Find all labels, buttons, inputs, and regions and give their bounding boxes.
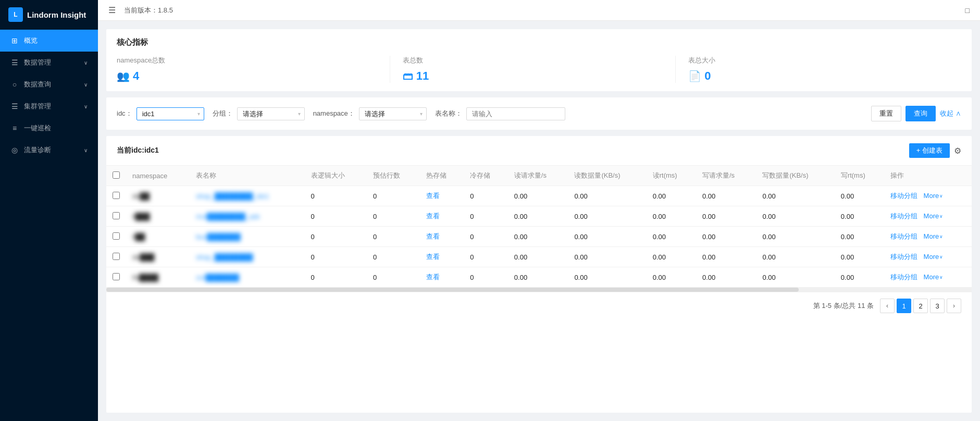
window-controls: □ <box>965 6 970 15</box>
group-select[interactable]: 请选择 <box>237 107 305 120</box>
table-name-link-1[interactable]: mul████████_ask <box>196 213 259 220</box>
metrics-card: 核心指标 namespace总数 👥 4 表总数 🗃 11 <box>106 29 972 91</box>
hot-storage-link-4[interactable]: 查看 <box>426 273 440 281</box>
sidebar-item-one-click-inspect[interactable]: ≡ 一键巡检 <box>0 117 98 139</box>
prev-page-button[interactable]: ‹ <box>880 299 895 313</box>
hot-storage-link-0[interactable]: 查看 <box>426 192 440 200</box>
move-group-link-0[interactable]: 移动分组 <box>890 192 917 200</box>
settings-icon[interactable]: ⚙ <box>954 146 961 156</box>
move-group-link-3[interactable]: 移动分组 <box>890 253 917 261</box>
sidebar-item-traffic-diagnosis[interactable]: ◎ 流量诊断 ∨ <box>0 139 98 161</box>
metric-size-value: 📄 0 <box>688 69 949 83</box>
td-table-size-2: 0 <box>305 227 367 247</box>
cluster-management-icon: ☰ <box>10 102 19 110</box>
td-namespace-3: de███ <box>126 247 190 267</box>
metric-table-total: 表总数 🗃 11 <box>390 56 676 83</box>
td-namespace-0: de██ <box>126 186 190 206</box>
td-actions-4: 移动分组 More <box>884 267 972 288</box>
chevron-down-icon: ∨ <box>84 60 88 66</box>
horizontal-scrollbar[interactable] <box>106 288 972 292</box>
more-link-3[interactable]: More <box>924 253 944 261</box>
filter-row: idc： idc1 分组： 请选择 na <box>117 106 961 121</box>
td-write-qps-4: 0.00 <box>696 267 756 288</box>
sidebar-item-data-management[interactable]: ☰ 数据管理 ∨ <box>0 52 98 73</box>
table-name-link-3[interactable]: shop_████████ <box>196 253 253 261</box>
td-read-bandwidth-3: 0.00 <box>568 247 646 267</box>
group-label: 分组： <box>213 109 233 118</box>
td-estimated-rows-3: 0 <box>367 247 420 267</box>
data-table: namespace 表名称 表逻辑大小 预估行数 热存储 冷存储 读请求量/s … <box>106 166 972 288</box>
more-link-1[interactable]: More <box>924 212 944 220</box>
sidebar-item-overview[interactable]: ⊞ 概览 <box>0 30 98 52</box>
td-checkbox <box>106 247 126 267</box>
td-write-bandwidth-4: 0.00 <box>756 267 834 288</box>
metric-size-label: 表总大小 <box>688 56 949 65</box>
hot-storage-link-1[interactable]: 查看 <box>426 212 440 220</box>
collapse-button[interactable]: 收起 ∧ <box>940 109 961 118</box>
td-checkbox <box>106 206 126 227</box>
filter-table-name: 表名称： <box>435 107 565 120</box>
chevron-down-icon: ∨ <box>84 104 88 109</box>
td-table-size-0: 0 <box>305 186 367 206</box>
td-write-qps-1: 0.00 <box>696 206 756 227</box>
hot-storage-link-2[interactable]: 查看 <box>426 232 440 240</box>
page-3-button[interactable]: 3 <box>930 299 945 313</box>
reset-button[interactable]: 重置 <box>871 106 901 121</box>
row-checkbox-4[interactable] <box>113 273 120 280</box>
td-table-size-1: 0 <box>305 206 367 227</box>
td-actions-2: 移动分组 More <box>884 227 972 247</box>
scrollbar-thumb[interactable] <box>106 288 799 292</box>
more-link-0[interactable]: More <box>924 192 944 200</box>
sidebar-item-data-query[interactable]: ○ 数据查询 ∨ <box>0 73 98 95</box>
pagination-info: 第 1-5 条/总共 11 条 <box>813 301 874 311</box>
th-checkbox <box>106 166 126 186</box>
row-checkbox-1[interactable] <box>113 212 120 219</box>
th-read-qps: 读请求量/s <box>508 166 568 186</box>
td-write-bandwidth-2: 0.00 <box>756 227 834 247</box>
table-actions: + 创建表 ⚙ <box>909 143 961 158</box>
th-read-rt: 读rt(ms) <box>647 166 696 186</box>
filter-actions: 重置 查询 收起 ∧ <box>871 106 961 121</box>
table-header: 当前idc:idc1 + 创建表 ⚙ <box>106 136 972 166</box>
table-count: 11 <box>416 69 429 83</box>
app-logo: L Lindorm Insight <box>0 0 98 30</box>
row-checkbox-2[interactable] <box>113 232 120 240</box>
select-all-checkbox[interactable] <box>113 171 120 179</box>
more-link-4[interactable]: More <box>924 273 944 281</box>
table-name-link-0[interactable]: shop_████████_idx1 <box>196 192 269 200</box>
td-namespace-2: li██ <box>126 227 190 247</box>
idc-select[interactable]: idc1 <box>137 107 204 120</box>
td-table-name-2: buc███████ <box>190 227 304 247</box>
td-cold-storage-3: 0 <box>464 247 508 267</box>
filter-namespace: namespace： 请选择 <box>313 107 427 120</box>
td-write-bandwidth-1: 0.00 <box>756 206 834 227</box>
idc-select-wrap: idc1 <box>137 107 204 120</box>
table-name-link-2[interactable]: buc███████ <box>196 233 240 241</box>
move-group-link-4[interactable]: 移动分组 <box>890 273 917 281</box>
table-name-link-4[interactable]: zor███████ <box>196 274 239 281</box>
row-checkbox-0[interactable] <box>113 192 120 199</box>
overview-icon: ⊞ <box>10 36 19 45</box>
table-row: li██ buc███████ 0 0 查看 0 0.00 0.00 0.00 … <box>106 227 972 247</box>
menu-toggle-icon[interactable]: ☰ <box>108 5 116 15</box>
namespace-select[interactable]: 请选择 <box>359 107 427 120</box>
table-name-input[interactable] <box>466 107 565 120</box>
sidebar-item-cluster-management[interactable]: ☰ 集群管理 ∨ <box>0 95 98 117</box>
move-group-link-2[interactable]: 移动分组 <box>890 232 917 240</box>
row-checkbox-3[interactable] <box>113 253 120 260</box>
more-link-2[interactable]: More <box>924 232 944 240</box>
page-1-button[interactable]: 1 <box>897 299 911 313</box>
next-page-button[interactable]: › <box>947 299 961 313</box>
td-estimated-rows-1: 0 <box>367 206 420 227</box>
td-namespace-1: li███ <box>126 206 190 227</box>
td-cold-storage-1: 0 <box>464 206 508 227</box>
namespace-icon: 👥 <box>117 70 130 82</box>
td-namespace-4: lfs████ <box>126 267 190 288</box>
version-text: 当前版本：1.8.5 <box>124 6 173 15</box>
td-cold-storage-0: 0 <box>464 186 508 206</box>
move-group-link-1[interactable]: 移动分组 <box>890 212 917 220</box>
hot-storage-link-3[interactable]: 查看 <box>426 253 440 261</box>
page-2-button[interactable]: 2 <box>913 299 928 313</box>
create-table-button[interactable]: + 创建表 <box>909 143 950 158</box>
search-button[interactable]: 查询 <box>905 106 936 121</box>
